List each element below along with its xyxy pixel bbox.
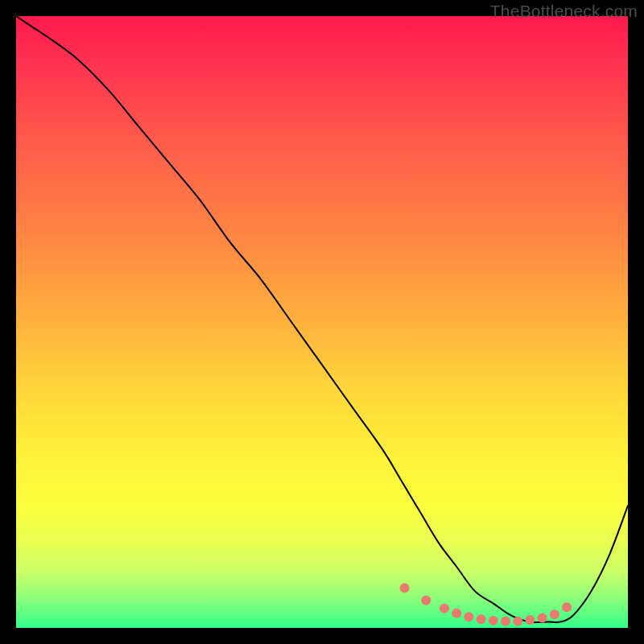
marker-dot (440, 604, 449, 613)
marker-dot (477, 614, 486, 624)
marker-dot (400, 584, 410, 593)
marker-dot (538, 613, 547, 623)
marker-dot (525, 615, 535, 625)
chart-svg (16, 16, 628, 628)
plot-area (16, 16, 628, 628)
marker-dot (501, 617, 510, 626)
marker-dots (400, 584, 572, 626)
marker-dot (489, 616, 498, 625)
marker-dot (562, 602, 572, 612)
watermark-text: TheBottleneck.com (490, 2, 638, 21)
marker-dot (452, 609, 461, 618)
main-curve (16, 16, 628, 622)
marker-dot (513, 617, 522, 626)
chart-frame: TheBottleneck.com (0, 0, 644, 644)
marker-dot (550, 609, 559, 619)
marker-dot (464, 612, 473, 621)
marker-dot (421, 596, 431, 605)
